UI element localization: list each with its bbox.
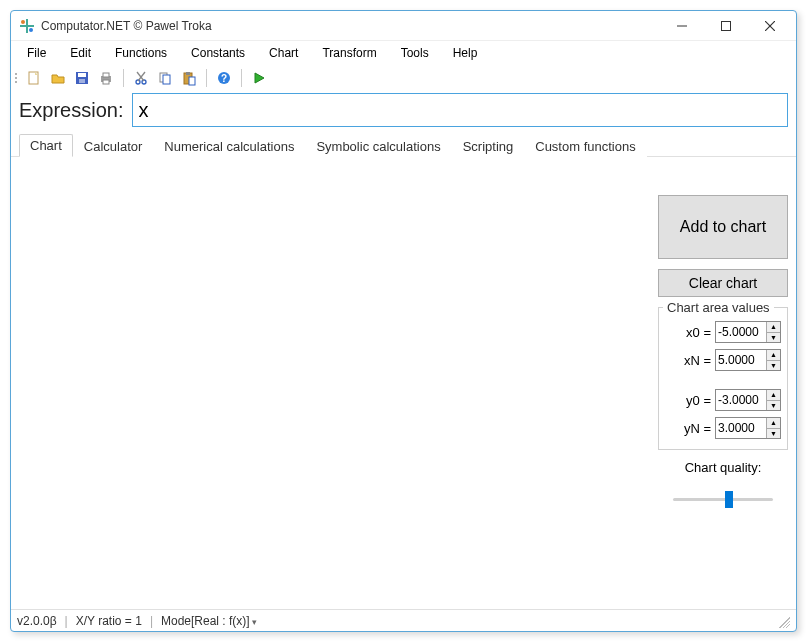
x0-down[interactable]: ▼: [766, 333, 780, 343]
statusbar: v2.0.0β | X/Y ratio = 1 | Mode[Real : f(…: [11, 609, 796, 631]
expression-row: Expression:: [11, 91, 796, 133]
paste-button[interactable]: [178, 67, 200, 89]
cut-button[interactable]: [130, 67, 152, 89]
status-ratio: X/Y ratio = 1: [76, 614, 142, 628]
y0-label: y0 =: [677, 393, 711, 408]
tab-calculator[interactable]: Calculator: [73, 135, 154, 157]
svg-rect-22: [186, 72, 190, 75]
tab-scripting[interactable]: Scripting: [452, 135, 525, 157]
menu-functions[interactable]: Functions: [103, 44, 179, 62]
x0-input[interactable]: [716, 322, 766, 342]
toolbar-separator: [123, 69, 124, 87]
y0-up[interactable]: ▲: [766, 390, 780, 401]
chart-area-values-label: Chart area values: [663, 300, 774, 315]
tab-symbolic-calculations[interactable]: Symbolic calculations: [305, 135, 451, 157]
app-window: Computator.NET © Pawel Troka File Edit F…: [10, 10, 797, 632]
toolbar-separator: [241, 69, 242, 87]
print-button[interactable]: [95, 67, 117, 89]
menu-constants[interactable]: Constants: [179, 44, 257, 62]
yN-input[interactable]: [716, 418, 766, 438]
svg-point-2: [21, 20, 25, 24]
yN-label: yN =: [677, 421, 711, 436]
svg-text:?: ?: [221, 73, 227, 84]
menu-help[interactable]: Help: [441, 44, 490, 62]
maximize-button[interactable]: [704, 12, 748, 40]
yN-up[interactable]: ▲: [766, 418, 780, 429]
content-area: Add to chart Clear chart Chart area valu…: [11, 157, 796, 609]
titlebar: Computator.NET © Pawel Troka: [11, 11, 796, 41]
chart-canvas[interactable]: [19, 165, 650, 601]
svg-rect-11: [79, 79, 85, 83]
tab-numerical-calculations[interactable]: Numerical calculations: [153, 135, 305, 157]
svg-rect-10: [78, 73, 86, 77]
y0-down[interactable]: ▼: [766, 401, 780, 411]
svg-rect-14: [103, 80, 109, 84]
svg-rect-13: [103, 73, 109, 77]
menu-chart[interactable]: Chart: [257, 44, 310, 62]
add-to-chart-button[interactable]: Add to chart: [658, 195, 788, 259]
expression-input[interactable]: [132, 93, 789, 127]
xN-input[interactable]: [716, 350, 766, 370]
window-title: Computator.NET © Pawel Troka: [41, 19, 660, 33]
status-mode-dropdown[interactable]: Mode[Real : f(x)]: [161, 614, 257, 628]
svg-rect-1: [26, 19, 28, 33]
chart-area-values-group: Chart area values x0 = ▲▼ xN = ▲▼: [658, 307, 788, 450]
x0-spinner[interactable]: ▲▼: [715, 321, 781, 343]
menubar: File Edit Functions Constants Chart Tran…: [11, 41, 796, 65]
expression-label: Expression:: [19, 99, 124, 122]
help-button[interactable]: ?: [213, 67, 235, 89]
open-button[interactable]: [47, 67, 69, 89]
xN-label: xN =: [677, 353, 711, 368]
y0-spinner[interactable]: ▲▼: [715, 389, 781, 411]
xN-up[interactable]: ▲: [766, 350, 780, 361]
new-file-button[interactable]: [23, 67, 45, 89]
save-button[interactable]: [71, 67, 93, 89]
menu-transform[interactable]: Transform: [310, 44, 388, 62]
x0-up[interactable]: ▲: [766, 322, 780, 333]
svg-rect-5: [722, 21, 731, 30]
y0-input[interactable]: [716, 390, 766, 410]
menu-tools[interactable]: Tools: [389, 44, 441, 62]
tabs: Chart Calculator Numerical calculations …: [11, 133, 796, 157]
resize-grip-icon[interactable]: [776, 614, 790, 628]
slider-thumb[interactable]: [725, 491, 733, 508]
svg-point-3: [29, 28, 33, 32]
minimize-button[interactable]: [660, 12, 704, 40]
svg-rect-20: [163, 75, 170, 84]
xN-down[interactable]: ▼: [766, 361, 780, 371]
chart-quality-label: Chart quality:: [658, 460, 788, 475]
status-version: v2.0.0β: [17, 614, 57, 628]
side-panel: Add to chart Clear chart Chart area valu…: [658, 165, 788, 601]
window-controls: [660, 12, 792, 40]
menu-edit[interactable]: Edit: [58, 44, 103, 62]
tab-custom-functions[interactable]: Custom functions: [524, 135, 646, 157]
svg-rect-23: [189, 77, 195, 85]
copy-button[interactable]: [154, 67, 176, 89]
close-button[interactable]: [748, 12, 792, 40]
menu-file[interactable]: File: [15, 44, 58, 62]
x0-label: x0 =: [677, 325, 711, 340]
yN-spinner[interactable]: ▲▼: [715, 417, 781, 439]
tab-chart[interactable]: Chart: [19, 134, 73, 157]
run-button[interactable]: [248, 67, 270, 89]
toolbar-grip-icon: [15, 69, 19, 87]
xN-spinner[interactable]: ▲▼: [715, 349, 781, 371]
toolbar-separator: [206, 69, 207, 87]
toolbar: ?: [11, 65, 796, 91]
app-icon: [19, 18, 35, 34]
yN-down[interactable]: ▼: [766, 429, 780, 439]
chart-quality-slider[interactable]: [658, 485, 788, 513]
clear-chart-button[interactable]: Clear chart: [658, 269, 788, 297]
